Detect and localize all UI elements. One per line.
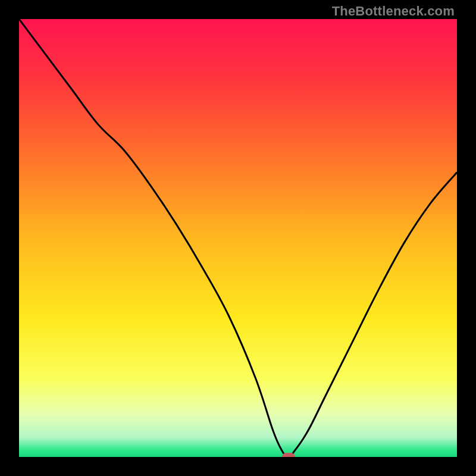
plot-area <box>19 19 457 457</box>
chart-frame: TheBottleneck.com <box>0 0 476 476</box>
optimal-point-marker <box>282 453 295 457</box>
bottleneck-curve <box>19 19 457 457</box>
watermark-text: TheBottleneck.com <box>332 4 455 19</box>
curve-layer <box>19 19 457 457</box>
